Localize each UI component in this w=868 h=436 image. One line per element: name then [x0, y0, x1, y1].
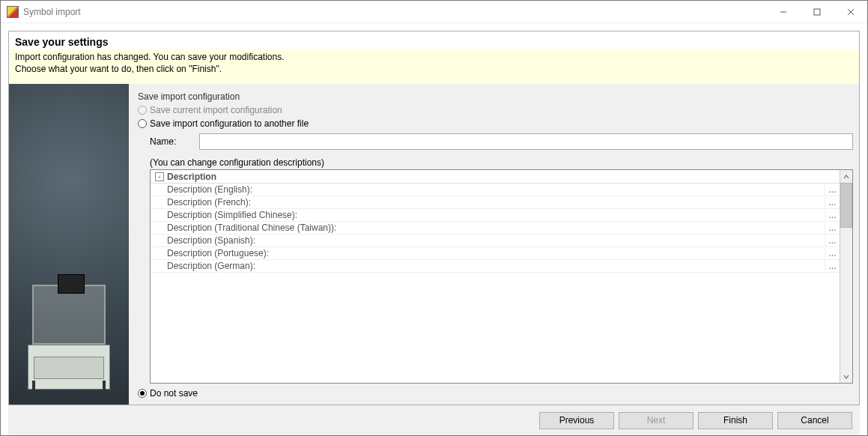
chevron-down-icon	[843, 374, 849, 380]
previous-button[interactable]: Previous	[539, 412, 614, 429]
scroll-track[interactable]	[840, 228, 852, 370]
minimize-button[interactable]	[766, 1, 800, 22]
finish-button[interactable]: Finish	[698, 412, 773, 429]
row-label: Description (Simplified Chinese):	[167, 210, 825, 220]
radio-save-another-label: Save import configuration to another fil…	[150, 118, 309, 129]
row-label: Description (Spanish):	[167, 235, 825, 246]
window-controls	[766, 1, 867, 22]
scroll-up-button[interactable]	[840, 170, 852, 183]
radio-icon	[138, 389, 147, 398]
descriptions-grid: - Description Description (English): ...…	[150, 169, 853, 384]
name-row: Name:	[150, 133, 853, 150]
radio-do-not-save-label: Do not save	[150, 388, 198, 399]
radio-save-another[interactable]: Save import configuration to another fil…	[138, 118, 853, 129]
wizard-side-image	[9, 84, 129, 405]
close-button[interactable]	[834, 1, 867, 22]
svg-rect-1	[814, 9, 820, 15]
tree-collapse-button[interactable]: -	[155, 172, 164, 181]
grid-header-row: - Description	[151, 170, 840, 184]
row-label: Description (French):	[167, 197, 825, 208]
ellipsis-button[interactable]: ...	[825, 261, 840, 271]
ellipsis-button[interactable]: ...	[825, 210, 840, 220]
app-icon	[7, 6, 19, 18]
machine-illustration	[28, 277, 110, 390]
table-row[interactable]: Description (German): ...	[151, 260, 840, 273]
ellipsis-button[interactable]: ...	[825, 235, 840, 246]
minimize-icon	[780, 8, 787, 16]
vertical-scrollbar[interactable]	[840, 170, 852, 383]
ellipsis-button[interactable]: ...	[825, 248, 840, 258]
main-split: Save import configuration Save current i…	[8, 84, 860, 405]
ellipsis-button[interactable]: ...	[825, 184, 840, 195]
wizard-footer: Previous Next Finish Cancel	[8, 405, 860, 435]
radio-icon	[138, 119, 147, 128]
grid-rows: - Description Description (English): ...…	[151, 170, 840, 383]
scroll-down-button[interactable]	[840, 370, 852, 383]
cancel-button[interactable]: Cancel	[777, 412, 852, 429]
page-message-line2: Choose what your want to do, then click …	[15, 64, 222, 74]
maximize-icon	[813, 8, 821, 16]
close-icon	[847, 8, 855, 16]
window-title: Symbol import	[23, 7, 766, 17]
name-label: Name:	[150, 136, 193, 147]
grid-header-label: Description	[167, 172, 216, 182]
table-row[interactable]: Description (Spanish): ...	[151, 234, 840, 247]
ellipsis-button[interactable]: ...	[825, 197, 840, 208]
table-row[interactable]: Description (English): ...	[151, 184, 840, 196]
titlebar: Symbol import	[1, 1, 867, 23]
page-message: Import configuration has changed. You ca…	[9, 49, 859, 84]
group-label: Save import configuration	[138, 91, 853, 102]
row-label: Description (Traditional Chinese (Taiwan…	[167, 222, 825, 233]
row-label: Description (German):	[167, 261, 825, 271]
ellipsis-button[interactable]: ...	[825, 222, 840, 233]
descriptions-hint: (You can change configuration descriptio…	[150, 157, 853, 168]
radio-icon	[138, 106, 147, 115]
wizard-header: Save your settings Import configuration …	[8, 31, 860, 84]
name-input[interactable]	[199, 133, 853, 150]
table-row[interactable]: Description (Portuguese): ...	[151, 247, 840, 260]
form-area: Save import configuration Save current i…	[129, 84, 859, 405]
row-label: Description (English):	[167, 184, 825, 195]
radio-save-current-label: Save current import configuration	[150, 105, 282, 115]
radio-save-current: Save current import configuration	[138, 105, 853, 115]
radio-do-not-save[interactable]: Do not save	[138, 388, 853, 399]
row-label: Description (Portuguese):	[167, 248, 825, 258]
content-area: Save your settings Import configuration …	[1, 23, 867, 435]
table-row[interactable]: Description (Traditional Chinese (Taiwan…	[151, 222, 840, 234]
table-row[interactable]: Description (French): ...	[151, 196, 840, 209]
page-message-line1: Import configuration has changed. You ca…	[15, 52, 285, 62]
page-title: Save your settings	[9, 31, 859, 49]
chevron-up-icon	[843, 174, 849, 180]
dialog-window: Symbol import Save your settings Import …	[0, 0, 868, 436]
table-row[interactable]: Description (Simplified Chinese): ...	[151, 209, 840, 222]
next-button: Next	[619, 412, 694, 429]
scroll-thumb[interactable]	[840, 183, 852, 228]
maximize-button[interactable]	[800, 1, 834, 22]
